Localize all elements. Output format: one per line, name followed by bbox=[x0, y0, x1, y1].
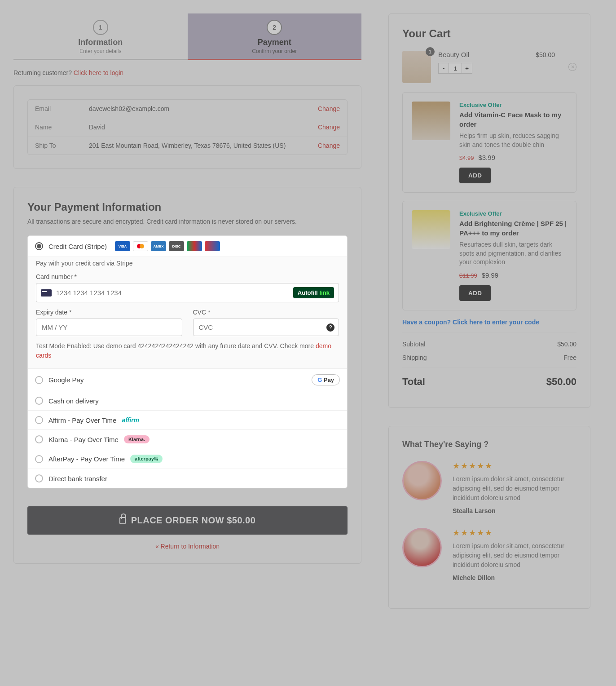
method-cod-head[interactable]: Cash on delivery bbox=[28, 391, 347, 410]
remove-item-button[interactable]: ✕ bbox=[568, 63, 576, 71]
info-row-email: Email davewelsh02@example.com Change bbox=[28, 100, 347, 118]
discover-icon: DISC bbox=[169, 241, 184, 251]
step-2-number: 2 bbox=[267, 20, 282, 35]
shipto-label: Ship To bbox=[28, 137, 82, 155]
cod-label: Cash on delivery bbox=[48, 397, 99, 405]
step-1-title: Information bbox=[13, 38, 188, 47]
subtotal-value: $50.00 bbox=[557, 341, 576, 348]
amex-icon: AMEX bbox=[151, 241, 166, 251]
method-afterpay-head[interactable]: AfterPay - Pay Over Time afterpay⇆ bbox=[28, 449, 347, 469]
return-link[interactable]: « Return to Information bbox=[155, 543, 220, 550]
email-value: davewelsh02@example.com bbox=[82, 100, 307, 118]
offer-1-new-price: $3.99 bbox=[478, 154, 495, 161]
payment-box: Your Payment Information All transaction… bbox=[13, 187, 361, 564]
klarna-icon: Klarna. bbox=[124, 435, 150, 443]
radio-bank[interactable] bbox=[35, 474, 43, 482]
checkout-steps: 1 Information Enter your details 2 Payme… bbox=[13, 13, 361, 60]
offer-1-desc: Helps firm up skin, reduces sagging skin… bbox=[459, 132, 567, 149]
method-affirm: Affirm - Pay Over Time affirm bbox=[28, 411, 347, 430]
testimonial-1-avatar bbox=[402, 461, 442, 500]
cvc-help-icon[interactable]: ? bbox=[326, 323, 334, 332]
subtotal-label: Subtotal bbox=[402, 341, 425, 348]
offer-1-price: $4.99 $3.99 bbox=[459, 154, 567, 161]
card-number-wrap[interactable]: Autofill link bbox=[36, 283, 339, 302]
info-row-name: Name David Change bbox=[28, 118, 347, 137]
cart-item-price: $50.00 bbox=[536, 51, 555, 58]
offer-1-add-button[interactable]: ADD bbox=[459, 168, 491, 183]
stripe-body: Pay with your credit card via Stripe Car… bbox=[28, 257, 347, 368]
lock-icon bbox=[119, 517, 126, 524]
method-gpay-head[interactable]: Google Pay G Pay bbox=[28, 369, 347, 391]
qty-minus-button[interactable]: - bbox=[438, 63, 449, 74]
autofill-button[interactable]: Autofill link bbox=[293, 287, 334, 298]
offer-1-title: Add Vitamin-C Face Mask to my order bbox=[459, 110, 567, 129]
method-klarna-head[interactable]: Klarna - Pay Over Time Klarna. bbox=[28, 430, 347, 449]
testimonial-1: ★★★★★ Lorem ipsum dolor sit amet, consec… bbox=[402, 461, 576, 514]
testimonial-1-text: Lorem ipsum dolor sit amet, consectetur … bbox=[453, 474, 576, 503]
name-value: David bbox=[82, 118, 307, 137]
cvc-input[interactable] bbox=[193, 319, 339, 336]
step-2-sub: Confirm your order bbox=[188, 48, 362, 54]
change-email-link[interactable]: Change bbox=[318, 105, 340, 112]
step-information[interactable]: 1 Information Enter your details bbox=[13, 13, 188, 59]
payment-subheading: All transactions are secure and encrypte… bbox=[27, 217, 348, 226]
testimonial-2-text: Lorem ipsum dolor sit amet, consectetur … bbox=[453, 541, 576, 570]
afterpay-icon: afterpay⇆ bbox=[130, 455, 163, 463]
autofill-link-text: link bbox=[320, 289, 330, 296]
cvc-label: CVC * bbox=[193, 309, 339, 316]
change-shipto-link[interactable]: Change bbox=[318, 142, 340, 149]
change-name-link[interactable]: Change bbox=[318, 124, 340, 131]
card-brands: VISA AMEX DISC bbox=[115, 241, 220, 251]
step-payment[interactable]: 2 Payment Confirm your order bbox=[188, 13, 362, 60]
method-affirm-head[interactable]: Affirm - Pay Over Time affirm bbox=[28, 411, 347, 429]
card-icon bbox=[41, 289, 52, 297]
subtotal-row: Subtotal $50.00 bbox=[402, 341, 576, 348]
testimonials-box: What They're Saying ? ★★★★★ Lorem ipsum … bbox=[388, 426, 590, 609]
customer-info-box: Email davewelsh02@example.com Change Nam… bbox=[13, 85, 361, 169]
place-order-button[interactable]: PLACE ORDER NOW $50.00 bbox=[27, 506, 348, 535]
place-order-text: PLACE ORDER NOW $50.00 bbox=[131, 515, 256, 526]
radio-stripe[interactable] bbox=[35, 242, 43, 250]
cart-item-thumb: 1 bbox=[402, 51, 431, 83]
offer-2-add-button[interactable]: ADD bbox=[459, 285, 491, 301]
radio-cod[interactable] bbox=[35, 397, 43, 405]
offer-1-tag: Exclusive Offer bbox=[459, 102, 567, 108]
method-stripe-head[interactable]: Credit Card (Stripe) VISA AMEX DISC bbox=[28, 236, 347, 257]
testimonial-1-stars: ★★★★★ bbox=[453, 461, 576, 471]
offer-2-new-price: $9.99 bbox=[482, 271, 499, 279]
offer-2-title: Add Brightening Crème | SPF 25 | PA+++ t… bbox=[459, 219, 567, 238]
shipping-row: Shipping Free bbox=[402, 354, 576, 361]
gpay-label: Google Pay bbox=[48, 376, 84, 384]
radio-affirm[interactable] bbox=[35, 416, 43, 424]
shipping-label: Shipping bbox=[402, 354, 427, 361]
method-afterpay: AfterPay - Pay Over Time afterpay⇆ bbox=[28, 449, 347, 469]
visa-icon: VISA bbox=[115, 241, 130, 251]
login-link[interactable]: Click here to login bbox=[74, 69, 123, 76]
radio-klarna[interactable] bbox=[35, 435, 43, 443]
customer-info-table: Email davewelsh02@example.com Change Nam… bbox=[27, 99, 348, 155]
name-label: Name bbox=[28, 118, 82, 137]
total-value: $50.00 bbox=[546, 376, 576, 388]
offer-2-price: $11.99 $9.99 bbox=[459, 271, 567, 279]
offer-1-old-price: $4.99 bbox=[459, 155, 474, 161]
afterpay-label: AfterPay - Pay Over Time bbox=[48, 455, 125, 463]
mastercard-icon bbox=[133, 241, 148, 251]
total-label: Total bbox=[402, 376, 425, 388]
radio-afterpay[interactable] bbox=[35, 455, 43, 463]
unionpay-icon bbox=[205, 241, 220, 251]
total-row: Total $50.00 bbox=[402, 367, 576, 388]
coupon-link[interactable]: Have a coupon? Click here to enter your … bbox=[402, 319, 576, 326]
qty-plus-button[interactable]: + bbox=[462, 63, 472, 74]
radio-gpay[interactable] bbox=[35, 376, 43, 384]
klarna-label: Klarna - Pay Over Time bbox=[48, 436, 119, 443]
cart-item: 1 Beauty Oil $50.00 - 1 + ✕ bbox=[402, 51, 576, 83]
expiry-input[interactable] bbox=[36, 319, 182, 336]
offer-1-thumb bbox=[412, 102, 450, 140]
method-bank-head[interactable]: Direct bank transfer bbox=[28, 469, 347, 488]
payment-heading: Your Payment Information bbox=[27, 201, 348, 213]
returning-customer: Returning customer? Click here to login bbox=[13, 69, 361, 76]
affirm-icon: affirm bbox=[122, 416, 139, 424]
cart-item-name: Beauty Oil bbox=[438, 51, 469, 58]
step-1-sub: Enter your details bbox=[13, 48, 188, 54]
card-number-input[interactable] bbox=[56, 289, 289, 297]
